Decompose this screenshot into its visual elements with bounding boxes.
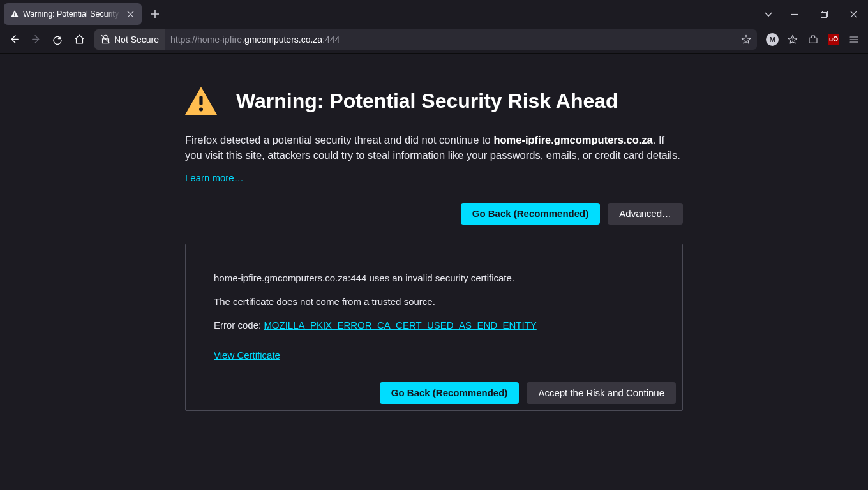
cert-error-page: Warning: Potential Security Risk Ahead F…: [185, 87, 683, 490]
warning-description: Firefox detected a potential security th…: [185, 133, 683, 163]
identity-box[interactable]: Not Secure: [94, 29, 165, 50]
accept-risk-button[interactable]: Accept the Risk and Continue: [527, 382, 676, 404]
reload-button[interactable]: [47, 29, 68, 50]
window-controls: [780, 3, 868, 26]
warning-triangle-icon: [10, 10, 19, 19]
svg-rect-1: [14, 15, 15, 16]
view-certificate-link[interactable]: View Certificate: [214, 350, 280, 360]
close-tab-button[interactable]: [124, 8, 137, 20]
extensions-button[interactable]: [803, 29, 823, 50]
svg-rect-2: [821, 12, 826, 17]
minimize-window-button[interactable]: [780, 4, 809, 24]
panel-go-back-button[interactable]: Go Back (Recommended): [380, 382, 520, 404]
tab-title: Warning: Potential Security Risk Ahead: [23, 10, 120, 19]
svg-rect-3: [199, 96, 202, 105]
forward-button[interactable]: [26, 29, 46, 50]
address-bar[interactable]: Not Secure https://home-ipfire.gmcompute…: [94, 29, 757, 50]
browser-tab[interactable]: Warning: Potential Security Risk Ahead: [4, 3, 142, 25]
panel-line-2: The certificate does not come from a tru…: [214, 296, 654, 307]
advanced-panel: home-ipfire.gmcomputers.co.za:444 uses a…: [185, 244, 683, 411]
error-code-link[interactable]: MOZILLA_PKIX_ERROR_CA_CERT_USED_AS_END_E…: [264, 320, 536, 330]
close-window-button[interactable]: [839, 4, 868, 24]
app-menu-button[interactable]: [844, 29, 864, 50]
ublock-icon: uO: [828, 34, 839, 45]
svg-point-4: [199, 108, 203, 112]
go-back-button[interactable]: Go Back (Recommended): [461, 203, 601, 225]
save-to-pocket-button[interactable]: [782, 29, 803, 50]
url-text: https://home-ipfire.gmcomputers.co.za:44…: [165, 34, 737, 45]
content-area: Warning: Potential Security Risk Ahead F…: [0, 54, 868, 490]
titlebar: Warning: Potential Security Risk Ahead: [0, 0, 868, 26]
warning-triangle-icon: [185, 87, 217, 115]
maximize-window-button[interactable]: [809, 4, 839, 24]
panel-line-1: home-ipfire.gmcomputers.co.za:444 uses a…: [214, 272, 654, 283]
account-button[interactable]: M: [762, 29, 782, 50]
ublock-origin-button[interactable]: uO: [823, 29, 844, 50]
back-button[interactable]: [4, 29, 24, 50]
list-all-tabs-button[interactable]: [757, 4, 780, 24]
navbar: Not Secure https://home-ipfire.gmcompute…: [0, 26, 868, 54]
svg-rect-0: [14, 13, 15, 15]
home-button[interactable]: [69, 29, 89, 50]
bookmark-star-button[interactable]: [737, 30, 756, 49]
learn-more-link[interactable]: Learn more…: [185, 172, 244, 183]
account-avatar: M: [766, 33, 779, 46]
lock-warning-icon: [101, 34, 110, 44]
page-title: Warning: Potential Security Risk Ahead: [236, 89, 618, 113]
panel-error-line: Error code: MOZILLA_PKIX_ERROR_CA_CERT_U…: [214, 320, 654, 330]
new-tab-button[interactable]: [146, 4, 165, 24]
advanced-button[interactable]: Advanced…: [608, 203, 683, 225]
identity-label: Not Secure: [114, 34, 159, 45]
